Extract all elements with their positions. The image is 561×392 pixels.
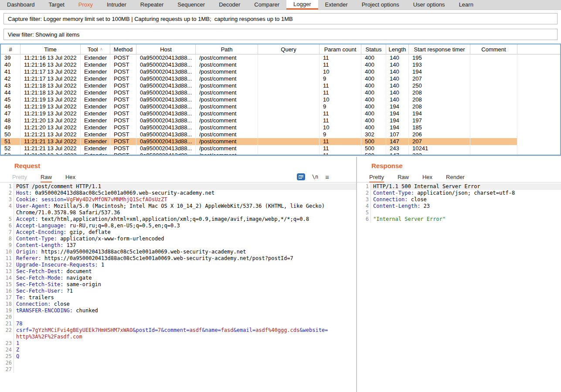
code-line[interactable]: 8Content-Type: application/x-www-form-ur…	[0, 236, 356, 242]
code-line[interactable]: 27	[0, 366, 356, 373]
cell-start_response_timer[interactable]: 250	[409, 82, 470, 89]
response-code[interactable]: 1HTTP/1.1 500 Internal Server Error2Cont…	[357, 183, 561, 392]
cell-start_response_timer[interactable]: 207	[409, 138, 470, 145]
cell-tool[interactable]: Extender	[81, 110, 110, 117]
code-line[interactable]: 11Referer: https://0a9500020413d88ac08c5…	[0, 255, 356, 262]
tab-repeater[interactable]: Repeater	[133, 0, 170, 10]
cell-param_count[interactable]: 9	[320, 131, 361, 138]
code-line[interactable]: 1POST /post/comment HTTP/1.1	[0, 183, 356, 190]
cell-param_count[interactable]: 11	[320, 82, 361, 89]
cell-query[interactable]	[258, 152, 320, 155]
cell-comment[interactable]	[470, 124, 517, 131]
cell-host[interactable]: 0a9500020413d88...	[136, 152, 196, 155]
code-line[interactable]: 24Z	[0, 347, 356, 353]
cell-comment[interactable]	[470, 152, 517, 155]
table-row-43[interactable]: 4311:21:18 13 Jul 2022ExtenderPOST0a9500…	[1, 82, 560, 89]
cell-status[interactable]: 400	[361, 89, 386, 96]
cell-tool[interactable]: Extender	[81, 68, 110, 75]
cell-comment[interactable]	[470, 110, 517, 117]
cell-method[interactable]: POST	[110, 82, 136, 89]
cell-query[interactable]	[258, 103, 320, 110]
code-line[interactable]: 12Upgrade-Insecure-Requests: 1	[0, 262, 356, 268]
column-header-status[interactable]: Status	[361, 44, 386, 54]
tab-project-options[interactable]: Project options	[355, 0, 406, 10]
table-row-51[interactable]: 5111:21:21 13 Jul 2022ExtenderPOST0a9500…	[1, 138, 560, 145]
cell-host[interactable]: 0a9500020413d88...	[136, 131, 196, 138]
code-line[interactable]: 19tRANSFER-ENCODING: chunked	[0, 308, 356, 314]
cell-status[interactable]: 500	[361, 138, 386, 145]
cell-param_count[interactable]: 9	[320, 103, 361, 110]
cell-id[interactable]: 41	[1, 68, 20, 75]
cell-host[interactable]: 0a9500020413d88...	[136, 82, 196, 89]
cell-start_response_timer[interactable]: 194	[409, 110, 470, 117]
cell-method[interactable]: POST	[110, 131, 136, 138]
code-line[interactable]: 7Accept-Encoding: gzip, deflate	[0, 229, 356, 236]
cell-host[interactable]: 0a9500020413d88...	[136, 54, 196, 61]
cell-host[interactable]: 0a9500020413d88...	[136, 103, 196, 110]
cell-method[interactable]: POST	[110, 103, 136, 110]
cell-query[interactable]	[258, 89, 320, 96]
cell-query[interactable]	[258, 61, 320, 68]
cell-query[interactable]	[258, 96, 320, 103]
cell-param_count[interactable]: 11	[320, 152, 361, 155]
tab-proxy[interactable]: Proxy	[71, 0, 100, 10]
cell-query[interactable]	[258, 110, 320, 117]
code-line[interactable]: 10Origin: https://0a9500020413d88ac08c5c…	[0, 249, 356, 255]
cell-path[interactable]: /post/comment	[196, 82, 258, 89]
cell-length[interactable]: 194	[386, 124, 409, 131]
cell-query[interactable]	[258, 75, 320, 82]
cell-length[interactable]: 140	[386, 54, 409, 61]
cell-host[interactable]: 0a9500020413d88...	[136, 75, 196, 82]
cell-host[interactable]: 0a9500020413d88...	[136, 96, 196, 103]
cell-status[interactable]: 400	[361, 117, 386, 124]
cell-method[interactable]: POST	[110, 68, 136, 75]
tab-extender[interactable]: Extender	[318, 0, 355, 10]
cell-status[interactable]: 400	[361, 124, 386, 131]
cell-comment[interactable]	[470, 131, 517, 138]
cell-tool[interactable]: Extender	[81, 54, 110, 61]
cell-start_response_timer[interactable]: 208	[409, 103, 470, 110]
cell-query[interactable]	[258, 117, 320, 124]
cell-time[interactable]: 11:21:21 13 Jul 2022	[20, 138, 81, 145]
cell-path[interactable]: /post/comment	[196, 145, 258, 152]
tab-learn[interactable]: Learn	[452, 0, 480, 10]
cell-status[interactable]: 400	[361, 54, 386, 61]
table-row-46[interactable]: 4611:21:19 13 Jul 2022ExtenderPOST0a9500…	[1, 103, 560, 110]
cell-query[interactable]	[258, 124, 320, 131]
cell-host[interactable]: 0a9500020413d88...	[136, 117, 196, 124]
cell-param_count[interactable]: 10	[320, 68, 361, 75]
cell-query[interactable]	[258, 145, 320, 152]
column-header-length[interactable]: Length	[386, 44, 409, 54]
column-header-time[interactable]: Time	[20, 44, 81, 54]
cell-id[interactable]: 42	[1, 75, 20, 82]
code-line[interactable]: 231	[0, 340, 356, 347]
cell-id[interactable]: 51	[1, 138, 20, 145]
cell-comment[interactable]	[470, 75, 517, 82]
cell-id[interactable]: 48	[1, 117, 20, 124]
table-row-47[interactable]: 4711:21:19 13 Jul 2022ExtenderPOST0a9500…	[1, 110, 560, 117]
cell-host[interactable]: 0a9500020413d88...	[136, 110, 196, 117]
cell-time[interactable]: 11:21:16 13 Jul 2022	[20, 61, 81, 68]
cell-comment[interactable]	[470, 68, 517, 75]
cell-tool[interactable]: Extender	[81, 103, 110, 110]
cell-start_response_timer[interactable]: 195	[409, 54, 470, 61]
tab-raw[interactable]: Raw	[398, 173, 409, 182]
column-header-method[interactable]: Method	[110, 44, 136, 54]
cell-time[interactable]: 11:21:18 13 Jul 2022	[20, 89, 81, 96]
code-line[interactable]: 2Host: 0a9500020413d88ac08c5c1e001a0069.…	[0, 190, 356, 196]
table-row-44[interactable]: 4411:21:18 13 Jul 2022ExtenderPOST0a9500…	[1, 89, 560, 96]
cell-time[interactable]: 11:21:17 13 Jul 2022	[20, 68, 81, 75]
cell-start_response_timer[interactable]: 10241	[409, 145, 470, 152]
cell-param_count[interactable]: 11	[320, 54, 361, 61]
cell-param_count[interactable]: 11	[320, 61, 361, 68]
table-row-48[interactable]: 4811:21:20 13 Jul 2022ExtenderPOST0a9500…	[1, 117, 560, 124]
code-line[interactable]: 25Q	[0, 353, 356, 360]
tab-sequencer[interactable]: Sequencer	[170, 0, 212, 10]
cell-status[interactable]: 500	[361, 152, 386, 155]
cell-comment[interactable]	[470, 54, 517, 61]
code-line[interactable]: 16Sec-Fetch-User: ?1	[0, 288, 356, 294]
cell-start_response_timer[interactable]: 185	[409, 124, 470, 131]
cell-comment[interactable]	[470, 61, 517, 68]
cell-param_count[interactable]: 11	[320, 145, 361, 152]
code-line[interactable]: 4Content-Length: 23	[357, 203, 561, 210]
